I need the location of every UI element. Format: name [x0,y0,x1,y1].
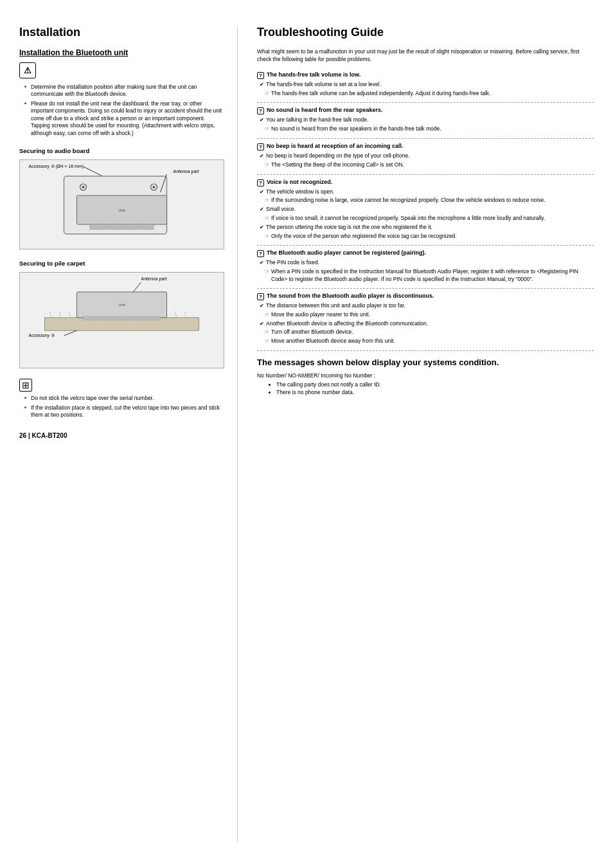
check-3-0: ✔ No beep is heard depending on the type… [257,152,594,160]
note-bullet-1: Do not stick the velcro tape over the se… [24,395,224,402]
svg-text:Unit: Unit [118,208,125,212]
arrow-mark: ☞ [265,91,269,98]
svg-text:Unit: Unit [118,303,125,307]
trouble-item-4: ? Voice is not recognized. ✔ The vehicle… [257,179,594,246]
page: Installation Installation the Bluetooth … [0,0,613,868]
check-mark: ✔ [260,82,264,89]
arrow-mark-5-0: ☞ [265,269,269,276]
check-mark-2-0: ✔ [260,117,264,124]
svg-point-3 [82,186,85,188]
systems-body: No Number/ NO-NMBER/ Incoming No Number … [257,372,594,397]
arrow-6-2: ☞ Move another Bluetooth device away fro… [257,338,594,345]
trouble-title-2: No sound is heard from the rear speakers… [267,107,383,114]
arrow-mark-4-0: ☞ [265,197,269,204]
arrow-mark-2-0: ☞ [265,126,269,133]
arrow-mark-4-2: ☞ [265,233,269,240]
warning-icon: ⚠ [19,62,36,78]
trouble-header-6: ? The sound from the Bluetooth audio pla… [257,293,594,300]
check-6-1: ✔ Another Bluetooth device is affecting … [257,320,594,328]
check-mark-4-1: ✔ [260,206,264,213]
arrow-mark-6-1: ☞ [265,329,269,336]
arrow-3-0: ☞ The <Setting the Beep of the Incoming … [257,161,594,169]
svg-line-14 [69,311,71,318]
trouble-body-2: ✔ You are talking in the hand-free talk … [257,116,594,133]
trouble-title-5: The Bluetooth audio player cannot be reg… [267,249,426,257]
svg-line-12 [50,311,51,318]
trouble-item-1: ? The hands-free talk volume is low. ✔ T… [257,71,594,104]
arrow-2-0: ☞ No sound is heard from the rear speake… [257,125,594,133]
check-mark-6-0: ✔ [260,303,264,310]
pile-carpet-section: Securing to pile carpet Antenna part [19,260,224,368]
check-6-0: ✔ The distance between this unit and aud… [257,302,594,310]
antenna-label-board: Antenna part [173,169,199,174]
page-number: 26 | KCA-BT200 [19,432,224,439]
audio-board-heading: Securing to audio board [19,147,224,154]
troubleshooting-title: Troubleshooting Guide [257,26,594,39]
check-1-0: ✔ The hands-free talk volume is set at a… [257,81,594,89]
check-2-0: ✔ You are talking in the hand-free talk … [257,116,594,124]
check-mark-6-1: ✔ [260,321,264,328]
systems-bullet-2: There is no phone number data. [276,389,594,397]
trouble-body-4: ✔ The vehicle window is open. ☞ If the s… [257,188,594,240]
arrow-6-1: ☞ Turn off another Bluetooth device. [257,329,594,336]
systems-title: The messages shown below display your sy… [257,357,594,368]
note-bullet-2: If the installation place is stepped, cu… [24,404,224,419]
trouble-icon-4: ? [257,179,264,186]
trouble-icon-1: ? [257,72,264,79]
trouble-item-6: ? The sound from the Bluetooth audio pla… [257,293,594,351]
trouble-header-1: ? The hands-free talk volume is low. [257,71,594,79]
installation-title: Installation [19,26,224,39]
trouble-title-4: Voice is not recognized. [267,179,332,186]
arrow-mark-4-1: ☞ [265,215,269,222]
antenna-label-carpet: Antenna part [141,276,167,282]
carpet-svg: Antenna part [20,273,224,369]
arrow-mark-3-0: ☞ [265,162,269,169]
arrow-4-1: ☞ If voice is too small, it cannot be re… [257,215,594,222]
trouble-body-3: ✔ No beep is heard depending on the type… [257,152,594,169]
arrow-4-0: ☞ If the surrounding noise is large, voi… [257,197,594,204]
accessory-label: Accessory ② (Ø4 × 16 mm) [29,164,84,169]
trouble-body-5: ✔ The PIN code is fixed. ☞ When a PIN co… [257,259,594,283]
note-bullets: Do not stick the velcro tape over the se… [19,395,224,419]
trouble-intro: What might seem to be a malfunction in y… [257,48,594,64]
svg-rect-9 [90,224,154,230]
svg-line-26 [185,311,186,318]
svg-line-13 [60,311,61,318]
trouble-icon-5: ? [257,250,264,257]
audio-board-diagram: Accessory ② (Ø4 × 16 mm) Unit Antenna pa… [19,159,224,249]
arrow-mark-6-0: ☞ [265,312,269,319]
trouble-header-2: ? No sound is heard from the rear speake… [257,107,594,114]
svg-line-25 [175,311,177,318]
check-mark-4-0: ✔ [260,189,264,196]
trouble-icon-6: ? [257,293,264,300]
arrow-5-0: ☞ When a PIN code is specified in the In… [257,268,594,283]
note-icon: ⊞ [19,379,32,392]
accessory-label-carpet: Accessory ③ [29,333,55,338]
installation-bullets: Determine the installation position afte… [19,84,224,137]
check-4-1: ✔ Small voice. [257,206,594,213]
check-mark-4-2: ✔ [260,224,264,231]
svg-line-30 [64,330,77,336]
trouble-header-5: ? The Bluetooth audio player cannot be r… [257,249,594,257]
audio-board-section: Securing to audio board Accessory ② (Ø4 … [19,147,224,249]
install-bullet-1: Determine the installation position afte… [24,84,224,98]
arrow-6-0: ☞ Move the audio player nearer to this u… [257,311,594,319]
arrow-1-0: ☞ The hands-free talk volume can be adju… [257,90,594,98]
check-5-0: ✔ The PIN code is fixed. [257,259,594,267]
trouble-item-3: ? No beep is heard at reception of an in… [257,143,594,175]
trouble-title-3: No beep is heard at reception of an inco… [267,143,404,150]
trouble-item-5: ? The Bluetooth audio player cannot be r… [257,249,594,289]
check-4-2: ✔ The person uttering the voice tag is n… [257,224,594,231]
trouble-body-1: ✔ The hands-free talk volume is set at a… [257,81,594,98]
install-bullet-2: Please do not install the unit near the … [24,100,224,137]
check-4-0: ✔ The vehicle window is open. [257,188,594,196]
board-svg: Accessory ② (Ø4 × 16 mm) Unit Antenna pa… [20,160,224,250]
left-column: Installation Installation the Bluetooth … [19,26,238,842]
arrow-4-2: ☞ Only the voice of the person who regis… [257,233,594,240]
pile-carpet-heading: Securing to pile carpet [19,260,224,267]
trouble-icon-2: ? [257,107,264,114]
trouble-item-2: ? No sound is heard from the rear speake… [257,107,594,139]
note-section: ⊞ Do not stick the velcro tape over the … [19,379,224,419]
svg-rect-29 [84,316,161,320]
systems-bullet-1: The calling party does not notify a call… [276,381,594,389]
